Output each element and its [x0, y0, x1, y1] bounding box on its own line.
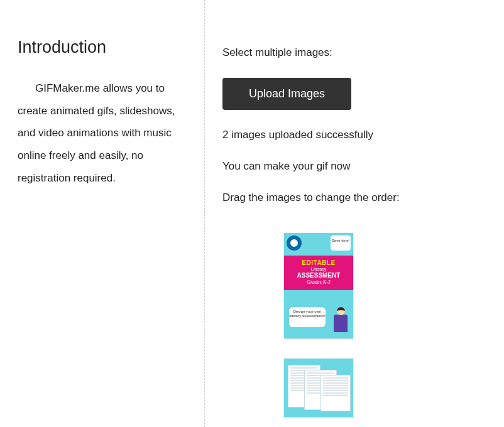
- upload-images-button[interactable]: Upload Images: [222, 78, 351, 110]
- thumbnail-list: Save time! EDITABLE Literacy ASSESSMENT …: [222, 233, 486, 417]
- logo-icon: [287, 235, 302, 251]
- select-images-label: Select multiple images:: [222, 46, 486, 59]
- intro-panel: Introduction GIFMaker.me allows you to c…: [0, 0, 204, 427]
- thumb1-bubble-bottom: Design your own literacy assessments!: [289, 307, 326, 327]
- intro-heading: Introduction: [18, 38, 187, 57]
- thumb1-editable-text: EDITABLE: [284, 259, 353, 266]
- uploaded-image-thumb[interactable]: [284, 359, 353, 417]
- thumb1-grades-text: Grades K-3: [284, 279, 353, 285]
- uploaded-image-thumb[interactable]: Save time! EDITABLE Literacy ASSESSMENT …: [284, 233, 353, 338]
- thumb1-bubble-top: Save time!: [331, 235, 351, 251]
- thumb1-title-band: EDITABLE Literacy ASSESSMENT Grades K-3: [284, 256, 353, 290]
- make-gif-hint: You can make your gif now: [222, 160, 486, 173]
- intro-body: GIFMaker.me allows you to create animate…: [18, 77, 187, 189]
- thumb1-literacy-text: Literacy: [284, 267, 353, 271]
- drag-order-label: Drag the images to change the order:: [222, 192, 486, 204]
- character-icon: [332, 307, 349, 332]
- thumb1-assessment-text: ASSESSMENT: [284, 272, 353, 279]
- upload-panel: Select multiple images: Upload Images 2 …: [205, 0, 504, 427]
- upload-status-text: 2 images uploaded successfully: [222, 129, 486, 141]
- worksheet-icon: [320, 375, 351, 411]
